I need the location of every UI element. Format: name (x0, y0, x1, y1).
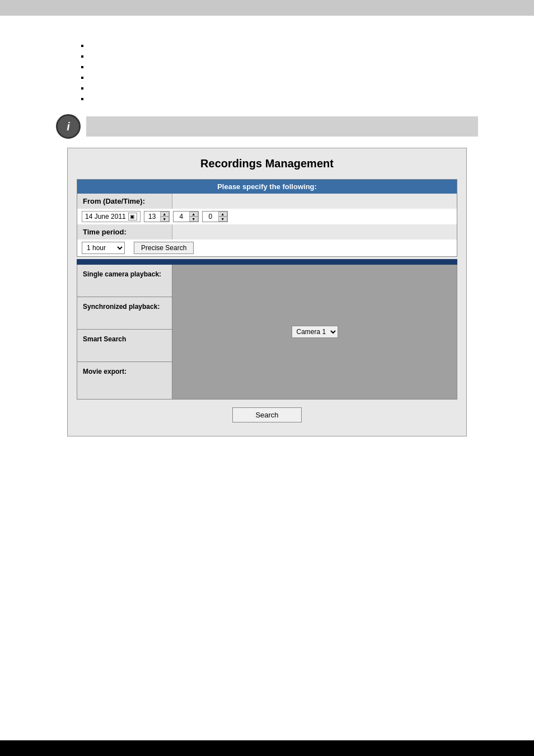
date-display: 14 June 2011 ▣ (82, 211, 140, 222)
info-icon: i (56, 114, 81, 139)
movie-export-section: Movie export: (77, 362, 172, 395)
top-bar (0, 0, 534, 16)
camera-grid: Single camera playback: Synchronized pla… (77, 265, 457, 400)
second-up[interactable]: ▲ (218, 212, 227, 217)
synchronized-label: Synchronized playback: (83, 303, 160, 311)
bullet-item-4 (90, 73, 500, 82)
time-period-select[interactable]: 1 hour 2 hours 4 hours 8 hours 12 hours … (82, 242, 125, 254)
camera-left-panel: Single camera playback: Synchronized pla… (77, 265, 172, 399)
from-value: 14 June 2011 ▣ ▲ ▼ (77, 209, 457, 224)
calendar-icon[interactable]: ▣ (128, 213, 137, 220)
search-btn-row: Search (77, 400, 457, 427)
date-text: 14 June 2011 (85, 213, 126, 220)
second-input[interactable] (203, 212, 218, 222)
minute-up[interactable]: ▲ (189, 212, 198, 217)
minute-down[interactable]: ▼ (189, 217, 198, 222)
bullet-item-1 (90, 41, 500, 50)
info-bar (86, 116, 478, 137)
hour-input[interactable] (144, 212, 160, 222)
hour-up[interactable]: ▲ (160, 212, 169, 217)
specify-table: Please specify the following: From (Date… (77, 179, 457, 257)
minute-input[interactable] (174, 212, 189, 222)
movie-export-label: Movie export: (83, 368, 127, 375)
smart-search-label: Smart Search (83, 335, 126, 343)
precise-search-button[interactable]: Precise Search (134, 242, 194, 254)
second-down[interactable]: ▼ (218, 217, 227, 222)
single-camera-label: Single camera playback: (83, 270, 161, 278)
info-row: i (56, 114, 478, 139)
camera-select[interactable]: Camera 1 Camera 2 Camera 3 (292, 326, 338, 338)
from-row: From (Date/Time): 14 June 2011 ▣ ▲ ▼ (77, 194, 457, 224)
bottom-bar (0, 740, 534, 756)
synchronized-section: Synchronized playback: (77, 297, 172, 330)
time-period-label: Time period: (77, 224, 172, 240)
hour-spinner[interactable]: ▲ ▼ (144, 211, 170, 222)
time-period-row: Time period: 1 hour 2 hours 4 hours 8 ho… (77, 224, 457, 257)
bullet-item-2 (90, 52, 500, 60)
search-button[interactable]: Search (232, 407, 301, 422)
smart-search-section: Smart Search (77, 330, 172, 362)
bullet-section (78, 41, 500, 103)
dark-separator (77, 259, 457, 265)
bullet-item-3 (90, 63, 500, 71)
camera-right-panel: Camera 1 Camera 2 Camera 3 (172, 265, 457, 399)
specify-header: Please specify the following: (77, 180, 457, 194)
recordings-title: Recordings Management (77, 157, 457, 170)
from-label: From (Date/Time): (77, 194, 172, 209)
bullet-item-6 (90, 95, 500, 103)
minute-spinner[interactable]: ▲ ▼ (173, 211, 199, 222)
bullet-item-5 (90, 84, 500, 92)
recordings-panel: Recordings Management Please specify the… (67, 148, 467, 436)
hour-down[interactable]: ▼ (160, 217, 169, 222)
camera-select-wrap: Camera 1 Camera 2 Camera 3 (292, 326, 338, 338)
time-period-value: 1 hour 2 hours 4 hours 8 hours 12 hours … (77, 240, 457, 256)
single-camera-section: Single camera playback: (77, 265, 172, 297)
second-spinner[interactable]: ▲ ▼ (202, 211, 228, 222)
